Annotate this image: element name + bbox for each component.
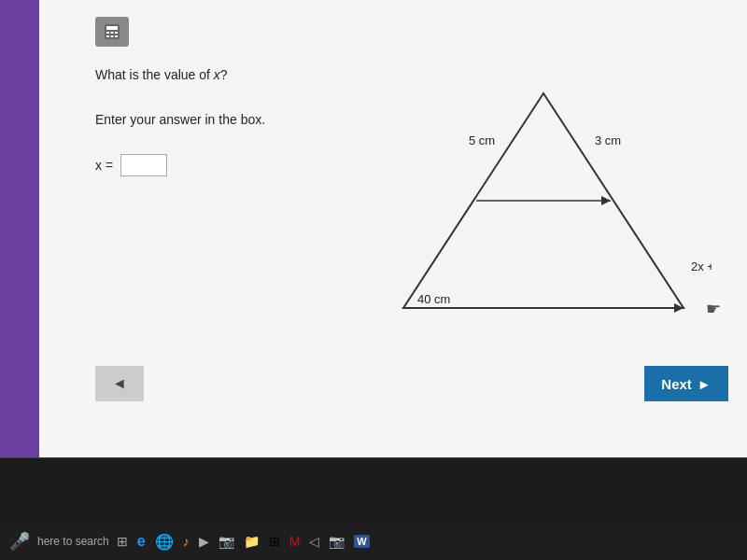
play-icon[interactable]: ▶: [199, 534, 209, 549]
svg-rect-6: [111, 35, 114, 37]
question-suffix: ?: [220, 67, 228, 82]
svg-rect-5: [106, 35, 109, 37]
left-bar: [0, 0, 39, 457]
calculator-icon[interactable]: [95, 17, 129, 47]
next-button[interactable]: Next ►: [644, 366, 728, 401]
question-text: What is the value of x?: [95, 67, 228, 82]
next-label: Next: [661, 376, 692, 392]
answer-area: x =: [95, 154, 167, 176]
search-text[interactable]: here to search: [37, 535, 109, 548]
svg-text:40 cm: 40 cm: [417, 292, 450, 306]
svg-rect-3: [111, 32, 114, 34]
question-prefix: What is the value of: [95, 67, 214, 82]
itunes-icon[interactable]: ♪: [183, 534, 190, 549]
word-icon[interactable]: W: [354, 535, 369, 548]
taskview-icon[interactable]: ⊞: [117, 534, 128, 549]
back-button[interactable]: ◄: [95, 366, 144, 401]
next-arrow-icon: ►: [698, 376, 712, 392]
instruction-text: Enter your answer in the box.: [95, 112, 265, 127]
chrome-icon[interactable]: 🌐: [155, 533, 174, 551]
svg-text:3 cm: 3 cm: [595, 133, 621, 147]
edge-icon[interactable]: e: [137, 533, 146, 550]
store-icon[interactable]: ⊞: [269, 534, 280, 549]
divider: [0, 457, 747, 458]
diagram-area: 5 cm 3 cm 40 cm 2x + 10: [394, 84, 730, 345]
question-variable: x: [214, 67, 220, 82]
svg-text:2x + 10: 2x + 10: [691, 259, 712, 273]
triangle-svg: 5 cm 3 cm 40 cm 2x + 10: [394, 84, 712, 327]
svg-text:5 cm: 5 cm: [469, 133, 495, 147]
taskbar: 🎤 here to search ⊞ e 🌐 ♪ ▶ 📷 📁 ⊞ M ◁ 📷 W: [0, 523, 747, 560]
svg-marker-10: [601, 196, 611, 205]
camera-icon[interactable]: 📷: [329, 534, 345, 549]
answer-input[interactable]: [120, 154, 167, 176]
mcafee-icon[interactable]: M: [289, 534, 301, 549]
mic-icon: 🎤: [9, 531, 30, 552]
back-nav-icon[interactable]: ◁: [309, 534, 319, 549]
calc-svg: [103, 22, 121, 41]
svg-rect-7: [115, 35, 118, 37]
cursor-hand-icon: ☛: [706, 299, 721, 319]
svg-rect-4: [115, 32, 118, 34]
svg-rect-1: [106, 26, 118, 30]
main-content: What is the value of x? Enter your answe…: [39, 0, 747, 457]
answer-label: x =: [95, 158, 113, 173]
svg-rect-2: [106, 32, 109, 34]
taskbar-icons: ⊞ e 🌐 ♪ ▶ 📷 📁 ⊞ M ◁ 📷 W: [117, 533, 370, 551]
instagram-icon[interactable]: 📷: [218, 534, 234, 549]
folder-icon[interactable]: 📁: [244, 534, 260, 549]
back-icon: ◄: [112, 375, 127, 392]
